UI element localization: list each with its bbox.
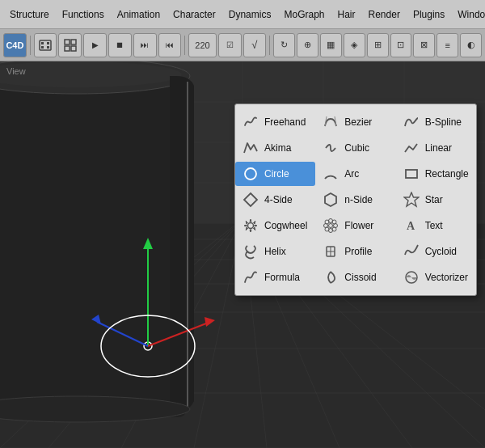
linear-icon <box>403 139 420 157</box>
circle-label: Circle <box>264 168 289 180</box>
arc-icon <box>322 165 340 183</box>
menu-window[interactable]: Window <box>451 6 485 23</box>
svg-point-64 <box>332 220 336 224</box>
vectorizer-label: Vectorizer <box>425 272 468 283</box>
svg-rect-2 <box>47 42 49 44</box>
menu-hair[interactable]: Hair <box>331 6 362 23</box>
tb-stop[interactable]: ⏹ <box>108 33 132 57</box>
film-icon <box>39 39 52 52</box>
menu-cissoid[interactable]: Cissoid <box>315 265 395 290</box>
menu-nside[interactable]: n-Side <box>315 188 395 212</box>
menu-profile[interactable]: Profile <box>315 239 395 264</box>
akima-icon <box>242 139 259 157</box>
menu-formula[interactable]: Formula <box>235 265 315 290</box>
tb-film[interactable] <box>34 33 57 57</box>
4side-label: 4-Side <box>264 194 293 205</box>
menu-bspline[interactable]: B-Spline <box>396 110 476 134</box>
menu-linear[interactable]: Linear <box>396 136 476 160</box>
tb-next[interactable]: ⏭ <box>133 33 157 57</box>
tb-extra9[interactable]: ◐ <box>460 33 482 57</box>
bezier-label: Bezier <box>344 116 372 128</box>
tb-extra3[interactable]: ▦ <box>320 33 342 57</box>
menu-freehand[interactable]: Freehand <box>235 110 315 134</box>
menu-bezier[interactable]: Bezier <box>315 110 395 134</box>
menu-flower[interactable]: Flower <box>315 213 395 238</box>
svg-point-51 <box>245 168 256 180</box>
freehand-label: Freehand <box>264 116 306 128</box>
cogwheel-label: Cogwheel <box>264 220 307 231</box>
bspline-icon <box>403 113 420 131</box>
tb-sqrt[interactable]: √ <box>243 33 267 57</box>
menu-row-2: Circle Arc Rectangle <box>235 161 476 187</box>
menu-circle[interactable]: Circle <box>235 162 315 186</box>
menu-row-4: Cogwheel Flower A Text <box>235 213 476 239</box>
tb-number[interactable]: 220 <box>188 33 217 57</box>
menu-row-6: Formula Cissoid Vectorizer <box>235 264 476 290</box>
tb-grid[interactable] <box>58 33 82 57</box>
tb-extra8[interactable]: ≡ <box>436 33 458 57</box>
helix-icon <box>242 243 259 260</box>
menu-character[interactable]: Character <box>167 6 222 23</box>
4side-icon <box>242 191 259 209</box>
viewport[interactable]: View Freehand Bezier B-Spline <box>0 61 485 448</box>
svg-rect-1 <box>41 42 44 44</box>
spline-dropdown: Freehand Bezier B-Spline Akima <box>234 104 477 296</box>
star-label: Star <box>425 194 443 205</box>
logo-btn[interactable]: C4D <box>3 33 27 57</box>
svg-rect-6 <box>71 40 76 44</box>
toolbar: C4D ▶ ⏹ ⏭ ⏮ 220 ☑ √ ↻ ⊕ ▦ ◈ ⊞ ⊡ ⊠ ≡ ◐ <box>0 29 485 61</box>
menu-structure[interactable]: Structure <box>3 6 56 23</box>
menu-dynamics[interactable]: Dynamics <box>222 6 278 23</box>
linear-label: Linear <box>425 142 452 154</box>
menu-vectorizer[interactable]: Vectorizer <box>396 265 476 290</box>
tb-extra5[interactable]: ⊞ <box>367 33 389 57</box>
menubar: Structure Functions Animation Character … <box>0 0 485 29</box>
profile-label: Profile <box>344 246 372 257</box>
menu-plugins[interactable]: Plugins <box>407 6 451 23</box>
rectangle-label: Rectangle <box>425 168 469 180</box>
menu-cogwheel[interactable]: Cogwheel <box>235 213 315 238</box>
menu-helix[interactable]: Helix <box>235 239 315 264</box>
tb-extra7[interactable]: ⊠ <box>413 33 435 57</box>
tb-extra2[interactable]: ⊕ <box>297 33 318 57</box>
tb-extra6[interactable]: ⊡ <box>390 33 412 57</box>
bezier-icon <box>322 113 340 131</box>
sep1 <box>30 36 31 55</box>
menu-akima[interactable]: Akima <box>235 136 315 160</box>
formula-label: Formula <box>264 272 300 283</box>
cogwheel-icon <box>242 217 259 235</box>
star-icon <box>403 191 420 209</box>
menu-cycloid[interactable]: Cycloid <box>396 239 476 264</box>
menu-render[interactable]: Render <box>362 6 407 23</box>
svg-rect-0 <box>40 40 51 50</box>
svg-rect-3 <box>41 46 44 49</box>
menu-row-0: Freehand Bezier B-Spline <box>235 109 476 135</box>
circle-icon <box>242 165 259 183</box>
svg-point-62 <box>325 220 329 224</box>
sep3 <box>269 36 270 55</box>
tb-extra1[interactable]: ↻ <box>273 33 295 57</box>
tb-prev[interactable]: ⏮ <box>158 33 182 57</box>
sep2 <box>184 36 185 55</box>
nside-icon <box>322 191 340 209</box>
formula-icon <box>242 268 259 286</box>
menu-row-5: Helix Profile Cycloid <box>235 239 476 264</box>
vectorizer-icon <box>403 268 420 286</box>
menu-arc[interactable]: Arc <box>315 162 395 186</box>
tb-checkbox[interactable]: ☑ <box>218 33 242 57</box>
menu-4side[interactable]: 4-Side <box>235 188 315 212</box>
menu-animation[interactable]: Animation <box>111 6 167 23</box>
svg-rect-5 <box>65 40 70 44</box>
menu-text[interactable]: A Text <box>396 213 476 238</box>
tb-extra4[interactable]: ◈ <box>344 33 365 57</box>
menu-rectangle[interactable]: Rectangle <box>396 162 476 186</box>
profile-icon <box>322 243 340 260</box>
svg-marker-53 <box>244 193 257 206</box>
tb-play[interactable]: ▶ <box>83 33 107 57</box>
menu-mograph[interactable]: MoGraph <box>277 6 331 23</box>
menu-functions[interactable]: Functions <box>56 6 111 23</box>
menu-star[interactable]: Star <box>396 188 476 212</box>
cissoid-icon <box>322 268 340 286</box>
cycloid-label: Cycloid <box>425 246 457 257</box>
menu-cubic[interactable]: Cubic <box>315 136 395 160</box>
